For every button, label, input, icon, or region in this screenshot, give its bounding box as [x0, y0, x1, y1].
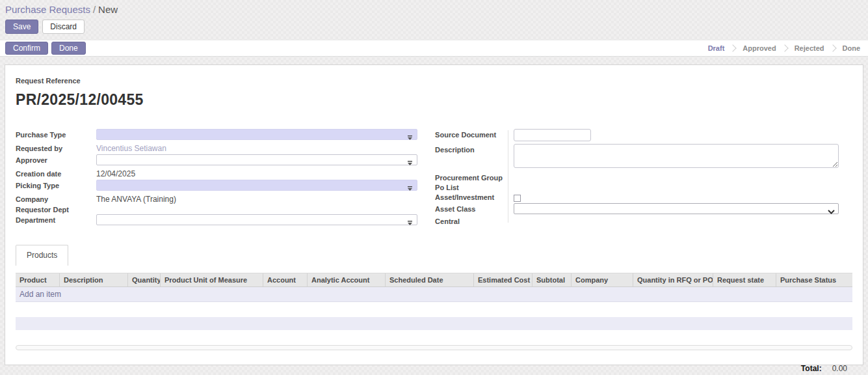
statusbar-step-done[interactable]: Done [841, 44, 862, 52]
total-value: 0.00 [832, 364, 847, 373]
field-purchase-type: Purchase Type [16, 129, 417, 140]
step-chevron-icon [829, 44, 836, 51]
description-label: Description [435, 144, 508, 154]
column-header-company[interactable]: Company [572, 273, 633, 286]
products-table-header: ProductDescriptionQuantityProduct Unit o… [16, 273, 852, 287]
purchase-type-label: Purchase Type [16, 129, 96, 139]
confirm-button[interactable]: Confirm [5, 42, 48, 55]
central-label: Central [435, 215, 508, 225]
step-chevron-icon [730, 44, 737, 51]
breadcrumb-current: New [98, 4, 118, 15]
requested-by-label: Requested by [16, 143, 96, 152]
top-bar: Purchase Requests/New [0, 0, 868, 15]
field-department: Department [16, 214, 417, 225]
creation-date-label: Creation date [16, 168, 96, 178]
field-central: Central [435, 215, 852, 225]
source-document-label: Source Document [435, 129, 508, 139]
purchase-type-select[interactable] [96, 129, 417, 140]
field-asset-class: Asset Class [435, 203, 852, 214]
source-document-input[interactable] [514, 129, 591, 141]
asset-class-label: Asset Class [435, 203, 508, 213]
asset-investment-label: Asset/Investment [435, 193, 508, 201]
asset-investment-checkbox[interactable] [514, 195, 521, 202]
field-requested-by: Requested by Vincentius Setiawan [16, 143, 417, 153]
creation-date-value: 12/04/2025 [96, 168, 417, 178]
breadcrumb-parent-link[interactable]: Purchase Requests [5, 4, 90, 15]
form-group-right: Source Document Description Procurement … [435, 129, 852, 225]
column-header-quantity[interactable]: Quantity [128, 273, 161, 286]
field-po-list: Po List [435, 184, 852, 193]
tab-products[interactable]: Products [16, 245, 68, 266]
column-header-purchase-status[interactable]: Purchase Status [776, 273, 852, 286]
column-header-subtotal[interactable]: Subtotal [533, 273, 572, 286]
notebook-tabs: Products [16, 245, 852, 266]
po-list-label: Po List [435, 184, 508, 191]
reference-label: Request Reference [16, 77, 852, 85]
approver-label: Approver [16, 154, 96, 164]
column-header-analytic-account[interactable]: Analytic Account [308, 273, 386, 286]
column-header-description[interactable]: Description [60, 273, 128, 286]
field-company: Company The ANVAYA (Training) [16, 193, 417, 204]
column-header-scheduled-date[interactable]: Scheduled Date [386, 273, 474, 286]
field-creation-date: Creation date 12/04/2025 [16, 168, 417, 178]
field-description: Description [435, 144, 852, 168]
add-item-row: Add an item [16, 287, 852, 302]
add-an-item-link[interactable]: Add an item [20, 290, 61, 299]
page-title: PR/2025/12/00455 [16, 91, 852, 109]
picking-type-label: Picking Type [16, 180, 96, 189]
column-header-account[interactable]: Account [263, 273, 308, 286]
field-approver: Approver [16, 154, 417, 165]
column-header-quantity-in-rfq-or-po[interactable]: Quantity in RFQ or PO [633, 273, 713, 286]
field-asset-investment: Asset/Investment [435, 193, 852, 203]
statusbar-step-rejected[interactable]: Rejected [793, 44, 826, 52]
dropdown-caret-icon [407, 158, 413, 167]
field-picking-type: Picking Type [16, 180, 417, 191]
column-header-product-unit-of-measure[interactable]: Product Unit of Measure [161, 273, 263, 286]
statusbar-step-draft[interactable]: Draft [707, 44, 726, 52]
dropdown-caret-icon [407, 184, 413, 193]
company-label: Company [16, 193, 96, 203]
dropdown-caret-icon [407, 218, 413, 227]
column-header-request-state[interactable]: Request state [713, 273, 776, 286]
dropdown-caret-icon [407, 133, 413, 142]
horizontal-scrollbar[interactable] [16, 345, 852, 350]
company-value: The ANVAYA (Training) [96, 193, 417, 204]
form-group-left: Purchase Type Requested by Vincentius Se… [16, 129, 417, 225]
breadcrumb: Purchase Requests/New [5, 4, 863, 15]
statusbar-actions: Confirm Done [5, 42, 86, 55]
form-sheet: Request Reference PR/2025/12/00455 Purch… [5, 64, 863, 365]
field-source-document: Source Document [435, 129, 852, 141]
requestor-dept-label: Requestor Dept [16, 204, 96, 214]
statusbar-step-approved[interactable]: Approved [741, 44, 777, 52]
done-button[interactable]: Done [51, 42, 86, 55]
step-chevron-icon [781, 44, 788, 51]
save-button[interactable]: Save [5, 20, 38, 34]
discard-button[interactable]: Discard [42, 20, 85, 34]
field-procurement-group: Procurement Group [435, 174, 852, 184]
description-textarea[interactable] [514, 144, 839, 168]
status-bar: Confirm Done DraftApprovedRejectedDone [0, 40, 868, 57]
breadcrumb-separator: / [93, 4, 96, 15]
record-toolbar: Save Discard [0, 15, 868, 40]
products-table: ProductDescriptionQuantityProduct Unit o… [16, 273, 852, 373]
total-label: Total: [801, 364, 822, 373]
column-header-product[interactable]: Product [16, 273, 60, 286]
empty-highlight-row [16, 317, 852, 330]
approver-select[interactable] [96, 154, 417, 165]
statusbar-steps: DraftApprovedRejectedDone [707, 44, 861, 52]
form-fields: Purchase Type Requested by Vincentius Se… [16, 129, 852, 225]
asset-class-select[interactable] [514, 203, 839, 214]
department-label: Department [16, 214, 96, 224]
procurement-group-label: Procurement Group [435, 174, 508, 182]
requested-by-value: Vincentius Setiawan [96, 143, 417, 153]
department-select[interactable] [96, 214, 417, 225]
picking-type-select[interactable] [96, 180, 417, 191]
column-header-estimated-cost[interactable]: Estimated Cost [474, 273, 533, 286]
total-row: Total: 0.00 [16, 364, 852, 373]
field-requestor-dept: Requestor Dept [16, 204, 417, 214]
chevron-down-icon [828, 207, 835, 216]
